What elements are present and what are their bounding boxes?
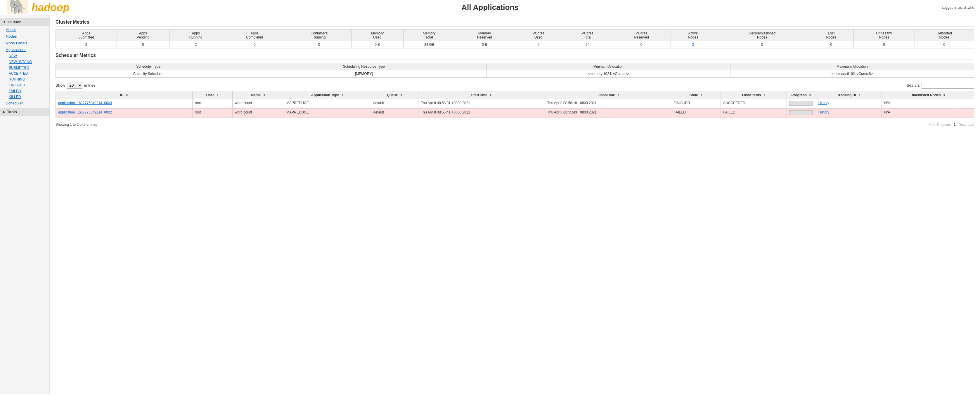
app-id-link-1[interactable]: application_1617775349214_0003	[58, 101, 112, 105]
cell-blacklisted-2: N/A	[882, 109, 974, 118]
entries-label: entries	[84, 83, 95, 87]
cell-queue-2: default	[371, 109, 418, 118]
col-apps-pending: AppsPending	[117, 30, 169, 41]
val-scheduling-resource-type: [MEMORY]	[241, 70, 487, 78]
cell-finalstatus-1: SUCCEEDED	[721, 99, 787, 109]
th-tracking-ui[interactable]: Tracking UI ⇕	[816, 91, 882, 99]
sort-finalstatus-icon: ⇕	[763, 93, 765, 97]
col-decommissioned-nodes: DecommissionedNodes	[715, 30, 809, 41]
col-maximum-allocation: Maximum Allocation	[730, 63, 974, 70]
val-containers-running: 0	[287, 41, 352, 48]
val-memory-total: 24 GB	[403, 41, 455, 48]
cluster-label: Cluster	[8, 20, 21, 24]
table-controls: Show 20 50 100 entries Search:	[56, 82, 974, 89]
sort-name-icon: ⇕	[263, 93, 265, 97]
th-queue[interactable]: Queue ⇕	[371, 91, 418, 99]
cluster-metrics-table: AppsSubmitted AppsPending AppsRunning Ap…	[56, 30, 974, 48]
cell-user-2: root	[192, 109, 232, 118]
history-link-2[interactable]: History	[818, 110, 829, 114]
tools-arrow-icon: ▶	[3, 110, 5, 114]
cell-name-1: word count	[232, 99, 284, 109]
active-nodes-link[interactable]: 3	[692, 43, 694, 47]
cluster-metrics-row: 2 0 2 0 0 0 B 24 GB 0 B 0 24 0 3 0 0 0 0	[56, 41, 974, 48]
search-label: Search:	[907, 83, 920, 87]
scheduler-metrics-table: Scheduler Type Scheduling Resource Type …	[56, 63, 974, 78]
sort-user-icon: ⇕	[216, 93, 218, 97]
col-apps-running: AppsRunning	[169, 30, 222, 41]
val-apps-running: 2	[169, 41, 222, 48]
cluster-metrics-title: Cluster Metrics	[56, 19, 974, 27]
col-apps-completed: AppsCompleted	[222, 30, 287, 41]
main-content: Cluster Metrics AppsSubmitted AppsPendin…	[50, 15, 980, 394]
val-apps-submitted: 2	[56, 41, 117, 48]
val-scheduler-type: Capacity Scheduler	[56, 70, 241, 78]
cluster-section-header[interactable]: ▼ Cluster	[0, 18, 49, 26]
sort-state-icon: ⇕	[700, 93, 702, 97]
cell-progress-1	[787, 99, 816, 109]
first-button[interactable]: First	[929, 122, 935, 127]
pagination: Showing 1 to 2 of 2 entries First Previo…	[56, 121, 974, 128]
col-unhealthy-nodes: UnhealthyNodes	[853, 30, 915, 41]
sort-finishtime-icon: ⇕	[617, 93, 619, 97]
th-name[interactable]: Name ⇕	[232, 91, 284, 99]
sidebar-item-failed[interactable]: FAILED	[0, 88, 49, 94]
cell-apptype-1: MAPREDUCE	[284, 99, 371, 109]
sidebar-item-scheduler[interactable]: Scheduler	[0, 100, 49, 106]
th-progress[interactable]: Progress ⇕	[787, 91, 816, 99]
tools-label: Tools	[7, 110, 17, 114]
val-lost-nodes: 0	[809, 41, 853, 48]
th-finish-time[interactable]: FinishTime ⇕	[545, 91, 671, 99]
sort-queue-icon: ⇕	[400, 93, 402, 97]
next-button[interactable]: Next	[959, 122, 966, 127]
th-blacklisted-nodes[interactable]: Blacklisted Nodes ⇕	[882, 91, 974, 99]
sidebar-item-new-saving[interactable]: NEW_SAVING	[0, 59, 49, 65]
show-label: Show	[56, 83, 65, 87]
sidebar-item-submitted[interactable]: SUBMITTED	[0, 65, 49, 71]
pagination-info: Showing 1 to 2 of 2 entries	[56, 122, 97, 127]
th-application-type[interactable]: Application Type ⇕	[284, 91, 371, 99]
th-state[interactable]: State ⇕	[671, 91, 721, 99]
cell-state-1: FINISHED	[671, 99, 721, 109]
cluster-arrow-icon: ▼	[3, 21, 6, 24]
last-button[interactable]: Last	[967, 122, 974, 127]
cell-progress-2	[787, 109, 816, 118]
previous-button[interactable]: Previous	[937, 122, 951, 127]
page-title: All Applications	[461, 3, 519, 12]
sidebar-item-accepted[interactable]: ACCEPTED	[0, 71, 49, 76]
history-link-1[interactable]: History	[818, 101, 829, 105]
sidebar-item-running[interactable]: RUNNING	[0, 76, 49, 82]
th-id[interactable]: ID ⇕	[56, 91, 192, 99]
cell-queue-1: default	[371, 99, 418, 109]
scheduler-metrics-row: Capacity Scheduler [MEMORY] <memory:1024…	[56, 70, 974, 78]
pagination-buttons: First Previous 1 Next Last	[929, 122, 974, 127]
table-row: application_1617775349214_0003 root word…	[56, 99, 974, 109]
sidebar-item-applications[interactable]: Applications	[0, 46, 49, 53]
app-id-link-2[interactable]: application_1617775349214_0002	[58, 110, 112, 114]
sidebar-item-new[interactable]: NEW	[0, 53, 49, 59]
val-active-nodes[interactable]: 3	[671, 41, 715, 48]
sidebar-item-nodes[interactable]: Nodes	[0, 33, 49, 40]
sort-apptype-icon: ⇕	[341, 93, 344, 97]
sidebar-item-about[interactable]: About	[0, 26, 49, 33]
sidebar-tools-section[interactable]: ▶ Tools	[0, 108, 49, 116]
val-decommissioned-nodes: 0	[715, 41, 809, 48]
search-input[interactable]	[921, 82, 974, 89]
cell-trackingui-2: History	[816, 109, 882, 118]
current-page: 1	[953, 122, 957, 127]
cell-user-1: root	[192, 99, 232, 109]
val-memory-reserved: 0 B	[455, 41, 514, 48]
entries-select[interactable]: 20 50 100	[67, 82, 83, 89]
th-final-status[interactable]: FinalStatus ⇕	[721, 91, 787, 99]
svg-text:🐘: 🐘	[9, 0, 26, 15]
sidebar-item-node-labels[interactable]: Node Labels	[0, 40, 49, 46]
val-unhealthy-nodes: 0	[853, 41, 915, 48]
sidebar-item-finished[interactable]: FINISHED	[0, 82, 49, 88]
th-user[interactable]: User ⇕	[192, 91, 232, 99]
cell-finalstatus-2: FAILED	[721, 109, 787, 118]
val-apps-completed: 0	[222, 41, 287, 48]
val-maximum-allocation: <memory:8192, vCores:8>	[730, 70, 974, 78]
sidebar-item-killed[interactable]: KILLED	[0, 94, 49, 100]
th-start-time[interactable]: StartTime ⇕	[418, 91, 545, 99]
sort-blacklisted-icon: ⇕	[943, 93, 945, 97]
cell-state-2: FAILED	[671, 109, 721, 118]
